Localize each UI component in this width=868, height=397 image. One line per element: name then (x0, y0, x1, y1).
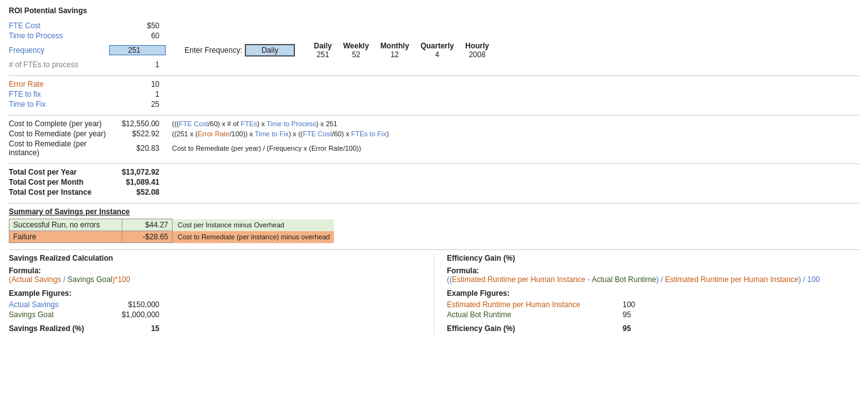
freq-daily-label: Daily (314, 41, 332, 50)
cost-complete-label: Cost to Complete (per year) (9, 119, 109, 128)
total-month-value: $1,089.41 (109, 178, 166, 187)
freq-hourly-value: 2008 (465, 50, 489, 59)
summary-failure-desc: Cost to Remediate (per instance) minus o… (173, 231, 334, 243)
savings-goal-row: Savings Goal $1,000,000 (9, 310, 421, 319)
error-rate-row: Error Rate 10 (9, 80, 859, 89)
cost-remediate-instance-value: $20.83 (109, 144, 166, 153)
savings-realized-title: Savings Realized Calculation (9, 254, 421, 263)
cost-complete-value: $12,550.00 (109, 119, 166, 128)
time-to-process-row: Time to Process 60 (9, 31, 859, 40)
savings-result-row: Savings Realized (%) 15 (9, 324, 421, 333)
total-year-value: $13,072.92 (109, 168, 166, 177)
freq-weekly: Weekly 52 (343, 41, 369, 59)
actual-bot-label: Actual Bot Runtime (447, 310, 623, 319)
savings-goal-label: Savings Goal (9, 310, 109, 319)
page-title: ROI Potential Savings (9, 6, 859, 15)
freq-quarterly: Quarterly 4 (421, 41, 454, 59)
efficiency-gain-panel: Efficiency Gain (%) Formula: ((Estimated… (434, 254, 859, 334)
savings-formula-section: Formula: (Actual Savings / Savings Goal)… (9, 266, 421, 284)
efficiency-example-section: Example Figures: Estimated Runtime per H… (447, 289, 859, 319)
summary-table: Successful Run, no errors $44.27 Cost pe… (9, 219, 334, 243)
freq-weekly-label: Weekly (343, 41, 369, 50)
freq-quarterly-label: Quarterly (421, 41, 454, 50)
cost-remediate-instance-label: Cost to Remediate (per instance) (9, 139, 109, 157)
cost-remediate-year-value: $522.92 (109, 129, 166, 138)
frequency-row: Frequency 251 Enter Frequency: Daily Dai… (9, 41, 859, 59)
fte-cost-value: $50 (109, 21, 166, 30)
bottom-section: Savings Realized Calculation Formula: (A… (9, 254, 859, 334)
inputs-section: FTE Cost $50 Time to Process 60 Frequenc… (9, 21, 859, 69)
fte-to-fix-row: FTE to fix 1 (9, 90, 859, 99)
efficiency-formula-section: Formula: ((Estimated Runtime per Human I… (447, 266, 859, 284)
summary-success-value: $44.27 (122, 219, 173, 231)
frequency-label: Frequency (9, 46, 109, 55)
summary-failure-row: Failure -$28.65 Cost to Remediate (per i… (9, 231, 334, 243)
total-instance-value: $52.08 (109, 188, 166, 197)
cost-remediate-year-formula: ((251 x (Error Rate/100)) x Time to Fix)… (172, 130, 388, 138)
summary-success-desc: Cost per Instance minus Overhead (173, 219, 334, 231)
savings-result-value: 15 (109, 324, 166, 333)
frequency-value[interactable]: 251 (109, 45, 166, 55)
time-to-fix-value: 25 (109, 100, 166, 109)
est-runtime-value: 100 (623, 300, 635, 309)
num-ftes-label: # of FTEs to process (9, 60, 109, 69)
savings-goal-value: $1,000,000 (109, 310, 166, 319)
efficiency-formula-text: ((Estimated Runtime per Human Instance -… (447, 275, 859, 284)
efficiency-result-label: Efficiency Gain (%) (447, 324, 623, 333)
cost-remediate-year-row: Cost to Remediate (per year) $522.92 ((2… (9, 129, 859, 138)
fte-to-fix-value: 1 (109, 90, 166, 99)
actual-savings-value: $150,000 (109, 300, 166, 309)
summary-failure-value: -$28.65 (122, 231, 173, 243)
summary-failure-label: Failure (9, 231, 122, 243)
efficiency-example-label: Example Figures: (447, 289, 859, 298)
fte-cost-row: FTE Cost $50 (9, 21, 859, 30)
time-to-fix-label: Time to Fix (9, 100, 109, 109)
actual-bot-row: Actual Bot Runtime 95 (447, 310, 859, 319)
savings-result-label: Savings Realized (%) (9, 324, 109, 333)
actual-savings-row: Actual Savings $150,000 (9, 300, 421, 309)
cost-complete-row: Cost to Complete (per year) $12,550.00 (… (9, 119, 859, 128)
enter-frequency-input[interactable]: Daily (245, 44, 295, 57)
est-runtime-row: Estimated Runtime per Human Instance 100 (447, 300, 859, 309)
freq-monthly-value: 12 (380, 50, 409, 59)
num-ftes-row: # of FTEs to process 1 (9, 60, 859, 69)
summary-success-row: Successful Run, no errors $44.27 Cost pe… (9, 219, 334, 231)
savings-formula-label: Formula: (9, 266, 421, 275)
efficiency-result-value: 95 (623, 324, 631, 333)
freq-hourly: Hourly 2008 (465, 41, 489, 59)
savings-formula-text: (Actual Savings / Savings Goal)*100 (9, 275, 421, 284)
freq-weekly-value: 52 (343, 50, 369, 59)
num-ftes-value: 1 (109, 60, 166, 69)
frequency-cols: Daily 251 Weekly 52 Monthly 12 Quarterly… (314, 41, 489, 59)
freq-monthly: Monthly 12 (380, 41, 409, 59)
cost-remediate-instance-row: Cost to Remediate (per instance) $20.83 … (9, 139, 859, 157)
summary-section: Summary of Savings per Instance Successf… (9, 207, 859, 243)
total-year-row: Total Cost per Year $13,072.92 (9, 168, 859, 177)
error-section: Error Rate 10 FTE to fix 1 Time to Fix 2… (9, 80, 859, 109)
total-month-row: Total Cost per Month $1,089.41 (9, 178, 859, 187)
cost-complete-formula: (((FTE Cost/60) x # of FTEs) x Time to P… (172, 120, 338, 128)
actual-savings-label: Actual Savings (9, 300, 109, 309)
freq-daily: Daily 251 (314, 41, 332, 59)
freq-daily-value: 251 (314, 50, 332, 59)
savings-example-section: Example Figures: Actual Savings $150,000… (9, 289, 421, 319)
cost-remediate-instance-formula: Cost to Remediate (per year) / (Frequenc… (172, 144, 361, 152)
enter-frequency-label: Enter Frequency: (185, 46, 242, 55)
freq-quarterly-value: 4 (421, 50, 454, 59)
total-month-label: Total Cost per Month (9, 178, 109, 187)
error-rate-value: 10 (109, 80, 166, 89)
summary-success-label: Successful Run, no errors (9, 219, 122, 231)
efficiency-gain-title: Efficiency Gain (%) (447, 254, 859, 263)
enter-frequency-group: Enter Frequency: Daily (185, 44, 295, 57)
time-to-fix-row: Time to Fix 25 (9, 100, 859, 109)
time-to-process-value: 60 (109, 31, 166, 40)
cost-remediate-year-label: Cost to Remediate (per year) (9, 129, 109, 138)
time-to-process-label: Time to Process (9, 31, 109, 40)
fte-to-fix-label: FTE to fix (9, 90, 109, 99)
actual-bot-value: 95 (623, 310, 631, 319)
est-runtime-label: Estimated Runtime per Human Instance (447, 300, 623, 309)
efficiency-result-row: Efficiency Gain (%) 95 (447, 324, 859, 333)
savings-example-label: Example Figures: (9, 289, 421, 298)
total-year-label: Total Cost per Year (9, 168, 109, 177)
summary-title: Summary of Savings per Instance (9, 207, 859, 216)
